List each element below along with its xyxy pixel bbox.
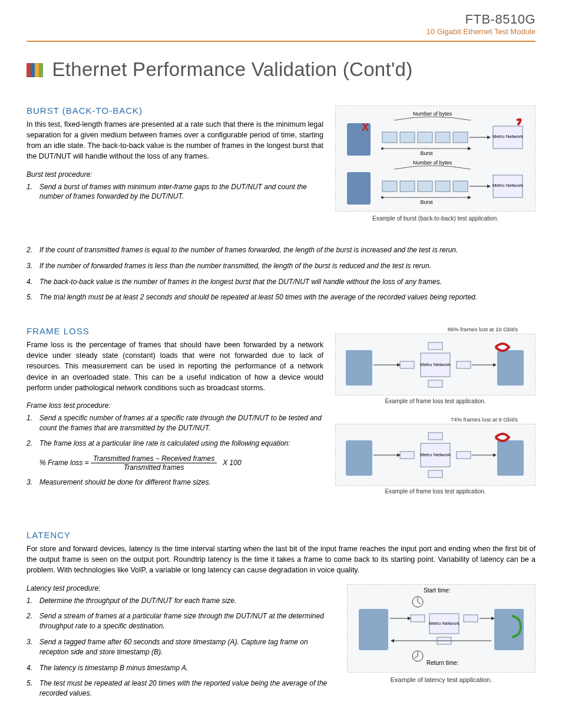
svg-rect-22	[453, 181, 468, 192]
svg-text:Number of bytes: Number of bytes	[413, 160, 452, 166]
svg-text:Burst: Burst	[420, 150, 433, 156]
section-latency: LATENCY For store and forward devices, l…	[27, 530, 535, 704]
frame-loss-diagrams: 86% frames lost at 10 Gbit/s Metro Netwo…	[335, 326, 535, 495]
frame-loss-annot-1: 86% frames lost at 10 Gbit/s	[335, 326, 535, 332]
latency-proc-title: Latency test procedure:	[27, 584, 335, 592]
frame-loss-annot-2: 74% frames lost at 9 Gbit/s	[335, 416, 535, 423]
frame-loss-equation: % Frame loss = Transmitted frames − Rece…	[27, 454, 323, 472]
svg-rect-47	[428, 433, 442, 440]
svg-text:Burst: Burst	[420, 199, 433, 205]
svg-rect-36	[428, 380, 442, 387]
svg-rect-4	[400, 132, 415, 143]
svg-rect-38	[457, 361, 471, 368]
svg-text:Metro Network: Metro Network	[420, 362, 451, 367]
svg-text:Metro Network: Metro Network	[429, 621, 460, 626]
burst-diagram-svg: Number of bytes X Metro Network Burst Nu…	[341, 108, 530, 209]
svg-text:Number of bytes: Number of bytes	[413, 111, 452, 117]
svg-text:X: X	[362, 121, 369, 133]
page-title: Ethernet Performance Validation (Cont'd)	[27, 58, 535, 82]
title-bars-icon	[27, 60, 43, 82]
burst-proc-title: Burst test procedure:	[27, 170, 323, 179]
frame-loss-caption-2: Example of frame loss test application.	[335, 488, 535, 495]
svg-rect-64	[464, 615, 478, 622]
eq-fraction: Transmitted frames − Received frames Tra…	[91, 454, 217, 472]
svg-line-58	[418, 602, 421, 604]
latency-caption: Example of latency test application.	[347, 676, 535, 683]
frame-loss-heading: FRAME LOSS	[27, 326, 323, 336]
svg-text:Metro Network: Metro Network	[420, 452, 451, 457]
latency-steps: Determine the throughput of the DUT/NUT …	[27, 596, 335, 699]
header-rule	[27, 41, 535, 42]
svg-rect-31	[346, 350, 372, 386]
latency-heading: LATENCY	[27, 530, 535, 540]
section-frame-loss: FRAME LOSS Frame loss is the percentage …	[27, 326, 535, 495]
eq-denominator: Transmitted frames	[91, 463, 217, 472]
svg-rect-49	[400, 452, 414, 459]
frame-loss-step-1: Send a specific number of frames at a sp…	[27, 413, 323, 433]
product-code: FTB-8510G	[27, 12, 535, 27]
svg-point-28	[381, 196, 384, 199]
burst-heading: BURST (BACK-TO-BACK)	[27, 106, 323, 116]
frame-loss-proc-title: Frame loss test procedure:	[27, 401, 323, 410]
svg-rect-48	[428, 470, 442, 477]
page-title-text: Ethernet Performance Validation (Cont'd)	[52, 58, 412, 80]
svg-rect-43	[346, 440, 372, 476]
latency-step-1: Determine the throughput of the DUT/NUT …	[27, 596, 335, 606]
svg-text:Metro Network: Metro Network	[492, 134, 524, 139]
svg-rect-50	[457, 452, 471, 459]
latency-step-2: Send a stream of frames at a particular …	[27, 611, 335, 631]
latency-step-5: The test must be repeated at least 20 ti…	[27, 678, 335, 699]
frame-loss-step-2: The frame loss at a particular line rate…	[27, 439, 323, 449]
svg-rect-20	[418, 181, 432, 192]
svg-text:Return time:: Return time:	[427, 660, 458, 666]
burst-caption: Example of burst (back-to-back) test app…	[335, 215, 535, 222]
section-burst: BURST (BACK-TO-BACK) In this test, fixed…	[27, 106, 535, 302]
eq-numerator: Transmitted frames − Received frames	[91, 454, 217, 463]
svg-rect-32	[497, 350, 524, 386]
svg-marker-71	[391, 639, 394, 643]
svg-rect-59	[359, 609, 388, 650]
eq-lhs: % Frame loss =	[39, 459, 89, 467]
latency-step-4: The latency is timestamp B minus timesta…	[27, 663, 335, 673]
svg-marker-29	[468, 196, 471, 199]
svg-rect-35	[428, 342, 442, 350]
svg-rect-21	[435, 181, 450, 192]
svg-point-13	[381, 147, 384, 150]
svg-rect-63	[411, 615, 425, 622]
svg-text:Start time:: Start time:	[424, 587, 451, 594]
latency-body: For store and forward devices, latency i…	[27, 543, 535, 575]
burst-diagram-image: Number of bytes X Metro Network Burst Nu…	[335, 106, 535, 212]
svg-marker-9	[487, 136, 491, 139]
svg-rect-37	[400, 361, 414, 368]
svg-marker-24	[487, 185, 491, 188]
eq-tail: X 100	[223, 459, 241, 467]
svg-rect-3	[382, 132, 397, 143]
burst-step-3: If the number of forwarded frames is les…	[27, 261, 535, 271]
burst-step-1: Send a burst of frames with minimum inte…	[27, 182, 323, 202]
latency-diagram: Start time: Metro Network Return time: E…	[347, 584, 535, 683]
frame-loss-caption-1: Example of frame loss test application.	[335, 398, 535, 404]
svg-rect-18	[382, 181, 397, 192]
svg-text:Metro Network: Metro Network	[492, 183, 524, 188]
burst-step-5: The trial length must be at least 2 seco…	[27, 292, 535, 302]
frame-loss-steps: Send a specific number of frames at a sp…	[27, 413, 323, 449]
frame-loss-body: Frame loss is the percentage of frames t…	[27, 340, 323, 393]
svg-rect-17	[347, 172, 371, 205]
burst-body: In this test, fixed-length frames are pr…	[27, 119, 323, 162]
svg-marker-54	[493, 453, 497, 457]
svg-rect-7	[453, 132, 468, 143]
svg-rect-19	[400, 181, 415, 192]
svg-rect-44	[497, 440, 524, 476]
header: FTB-8510G 10 Gigabit Ethernet Test Modul…	[27, 12, 535, 36]
svg-rect-6	[435, 132, 450, 143]
burst-diagram: Number of bytes X Metro Network Burst Nu…	[335, 106, 535, 222]
frame-loss-steps-2: Measurement should be done for different…	[27, 477, 323, 487]
latency-step-3: Send a tagged frame after 60 seconds and…	[27, 637, 335, 657]
burst-steps-rest: If the count of transmitted frames is eq…	[27, 245, 535, 302]
burst-step-4: The back-to-back value is the number of …	[27, 277, 535, 287]
frame-loss-diagram-2: Metro Network	[335, 424, 535, 486]
svg-line-74	[414, 656, 418, 658]
frame-loss-step-3: Measurement should be done for different…	[27, 477, 323, 487]
product-desc: 10 Gigabit Ethernet Test Module	[27, 27, 535, 36]
burst-step-2: If the count of transmitted frames is eq…	[27, 245, 535, 255]
